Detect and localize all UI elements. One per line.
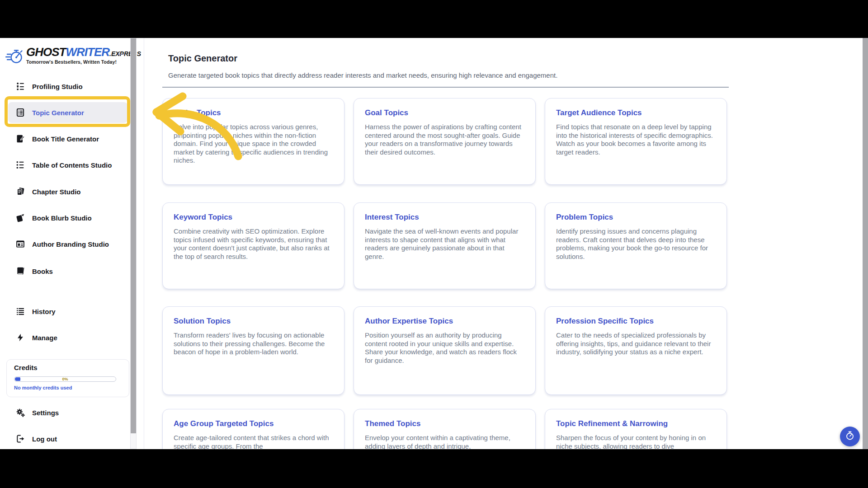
sidebar-item-history[interactable]: History	[11, 301, 128, 321]
pages-icon	[15, 187, 25, 197]
topic-card-problem-topics[interactable]: Problem TopicsIdentify pressing issues a…	[545, 202, 727, 289]
list-icon	[15, 306, 25, 316]
card-title: Keyword Topics	[174, 213, 333, 222]
book-icon	[15, 266, 25, 276]
sidebar-item-label: Table of Contents Studio	[32, 161, 112, 169]
sidebar-item-label: Profiling Studio	[32, 83, 83, 90]
header-divider	[162, 87, 729, 88]
logout-icon	[15, 434, 25, 444]
floating-action-button[interactable]	[840, 427, 860, 446]
sidebar-item-label: Manage	[32, 334, 57, 342]
book-pencil-icon	[15, 134, 25, 144]
card-description: Transform readers' lives by focusing on …	[174, 331, 333, 357]
topic-card-topic-refinement-narrowing[interactable]: Topic Refinement & NarrowingSharpen the …	[545, 409, 727, 449]
card-description: Envelop your content within a captivatin…	[365, 434, 524, 449]
credits-note-link[interactable]: No monthly credits used	[14, 385, 72, 390]
card-title: Goal Topics	[365, 108, 524, 117]
card-title: Niche Topics	[174, 108, 333, 117]
bolt-icon	[15, 333, 25, 343]
topic-card-author-expertise-topics[interactable]: Author Expertise TopicsPosition yourself…	[354, 306, 536, 395]
sidebar-item-author-branding-studio[interactable]: Author Branding Studio	[11, 234, 128, 254]
list-bullets-icon	[15, 160, 25, 170]
topic-card-target-audience-topics[interactable]: Target Audience TopicsFind topics that r…	[545, 98, 727, 185]
sidebar-item-book-title-generator[interactable]: Book Title Generator	[11, 129, 128, 149]
topic-card-niche-topics[interactable]: Niche TopicsDelve into popular topics ac…	[162, 98, 344, 185]
card-title: Themed Topics	[365, 419, 524, 428]
brand-tagline: Tomorrow's Bestsellers, Written Today!	[26, 60, 141, 65]
sidebar-item-table-of-contents-studio[interactable]: Table of Contents Studio	[11, 155, 128, 175]
card-title: Target Audience Topics	[556, 108, 716, 117]
sidebar-item-label: Book Blurb Studio	[32, 214, 92, 222]
credits-percent-label: 0%	[14, 377, 116, 381]
card-title: Topic Refinement & Narrowing	[556, 419, 716, 428]
sidebar-scrollbar-thumb[interactable]	[131, 38, 136, 433]
sidebar-item-chapter-studio[interactable]: Chapter Studio	[11, 182, 128, 202]
topic-card-keyword-topics[interactable]: Keyword TopicsCombine creativity with SE…	[162, 202, 344, 289]
sidebar-item-book-blurb-studio[interactable]: Book Blurb Studio	[11, 208, 128, 228]
credits-title: Credits	[14, 364, 38, 371]
sidebar: GHOSTWRITER.EXPRESS Tomorrow's Bestselle…	[0, 38, 144, 449]
card-description: Position yourself as an authority by pro…	[365, 331, 524, 365]
card-title: Profession Specific Topics	[556, 317, 716, 326]
sidebar-item-label: Book Title Generator	[32, 135, 99, 143]
sidebar-item-label: History	[32, 308, 56, 315]
sidebar-item-label: Log out	[32, 435, 57, 443]
card-description: Delve into popular topics across various…	[174, 123, 333, 165]
annotation-highlight-box	[5, 96, 130, 127]
card-description: Identify pressing issues and concerns pl…	[556, 227, 716, 261]
sidebar-item-books[interactable]: Books	[11, 261, 128, 281]
topic-card-age-group-targeted-topics[interactable]: Age Group Targeted TopicsCreate age-tail…	[162, 409, 344, 449]
id-card-icon	[15, 239, 25, 249]
card-description: Create age-tailored content that strikes…	[174, 434, 333, 449]
sidebar-item-profiling-studio[interactable]: Profiling Studio	[11, 76, 128, 96]
card-title: Interest Topics	[365, 213, 524, 222]
page-title: Topic Generator	[168, 53, 237, 64]
card-title: Author Expertise Topics	[365, 317, 524, 326]
sidebar-item-settings[interactable]: Settings	[11, 403, 128, 422]
page-scrollbar[interactable]	[863, 38, 868, 449]
screen: GHOSTWRITER.EXPRESS Tomorrow's Bestselle…	[0, 0, 868, 488]
card-description: Combine creativity with SEO optimization…	[174, 227, 333, 261]
sidebar-item-label: Author Branding Studio	[32, 240, 109, 248]
topic-card-interest-topics[interactable]: Interest TopicsNavigate the sea of well-…	[354, 202, 536, 289]
card-description: Harness the power of aspirations by craf…	[365, 123, 524, 156]
credits-progress-bar: 0%	[14, 376, 116, 382]
book-marker-icon	[15, 213, 25, 223]
profiling-people-icon	[15, 81, 25, 91]
topic-card-profession-specific-topics[interactable]: Profession Specific TopicsCater to the n…	[545, 306, 727, 395]
card-title: Solution Topics	[174, 317, 333, 326]
topic-card-solution-topics[interactable]: Solution TopicsTransform readers' lives …	[162, 306, 344, 395]
card-description: Find topics that resonate on a deep leve…	[556, 123, 716, 156]
card-description: Cater to the needs of specialized profes…	[556, 331, 716, 357]
card-description: Sharpen the focus of your content by hon…	[556, 434, 716, 449]
app-window: GHOSTWRITER.EXPRESS Tomorrow's Bestselle…	[0, 38, 868, 449]
topic-card-goal-topics[interactable]: Goal TopicsHarness the power of aspirati…	[354, 98, 536, 185]
sidebar-item-label: Chapter Studio	[32, 188, 81, 196]
credits-panel: Credits 0% No monthly credits used	[6, 359, 129, 397]
sidebar-item-manage[interactable]: Manage	[11, 328, 128, 347]
stopwatch-logo-icon	[5, 46, 24, 68]
page-subtitle: Generate targeted book topics that direc…	[168, 71, 557, 79]
card-title: Age Group Targeted Topics	[174, 419, 333, 428]
sidebar-item-label: Settings	[32, 409, 59, 417]
card-description: Navigate the sea of well-known events an…	[365, 227, 524, 261]
topic-card-themed-topics[interactable]: Themed TopicsEnvelop your content within…	[354, 409, 536, 449]
sidebar-scrollbar[interactable]	[130, 38, 137, 449]
sidebar-item-label: Books	[32, 267, 53, 275]
gears-icon	[15, 408, 25, 418]
card-title: Problem Topics	[556, 213, 716, 222]
sidebar-collapse-arrow-icon[interactable]: ←	[116, 47, 127, 58]
sidebar-item-log-out[interactable]: Log out	[11, 429, 128, 449]
stopwatch-fab-icon	[844, 430, 855, 443]
